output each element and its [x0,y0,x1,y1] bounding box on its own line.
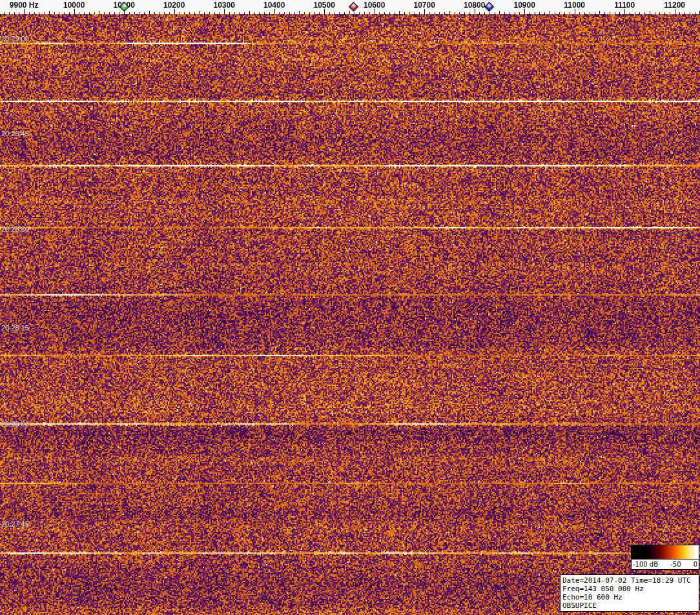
freq-tick-label: 10300 [214,1,235,10]
freq-tick-label: 11100 [614,1,635,10]
intensity-gradient [632,545,699,560]
freq-tick-label: 10200 [163,1,185,10]
time-tick-label: 20:28:30 [1,225,29,233]
spectrogram-app: 9900 Hz100001010010200103001040010500106… [0,0,700,615]
freq-tick-label: 10600 [364,1,385,10]
intensity-legend: -100 dB -50 0 [631,545,699,570]
date-time-line: Date=2014-07-02 Time=18:29 UTC [562,576,697,585]
legend-labels: -100 dB -50 0 [632,560,699,569]
time-tick-label: 20:28:00 [1,420,29,428]
time-tick-label: 20:27:45 [1,520,29,528]
freq-tick-label: 10000 [63,1,85,10]
station-line: OBSUPICE [562,601,697,610]
freq-tick-label: 10400 [263,1,285,10]
freq-tick-label: 11200 [664,1,685,10]
spectrogram-waterfall [0,14,700,615]
frequency-line: Freq=143 050 000 Hz [562,585,697,593]
freq-tick-label: 11000 [564,1,585,10]
freq-tick-label: 10900 [514,1,535,10]
time-tick-label: 20:28:15 [1,324,29,332]
status-info-box: Date=2014-07-02 Time=18:29 UTC Freq=143 … [560,574,699,612]
freq-tick-label: 10500 [314,1,335,10]
echo-line: Echo=10 600 Hz [562,593,697,601]
freq-tick-label: 10800 [464,1,485,10]
frequency-ruler: 9900 Hz100001010010200103001040010500106… [0,0,700,14]
time-tick-label: 20:29:00 [1,35,29,43]
legend-min-label: -100 dB [633,561,658,568]
time-tick-label: 20:28:45 [1,130,29,137]
freq-tick-label: 9900 Hz [10,1,39,10]
legend-mid-label: -50 [670,561,681,568]
freq-tick-label: 10700 [414,1,435,10]
legend-max-label: 0 [694,561,697,568]
